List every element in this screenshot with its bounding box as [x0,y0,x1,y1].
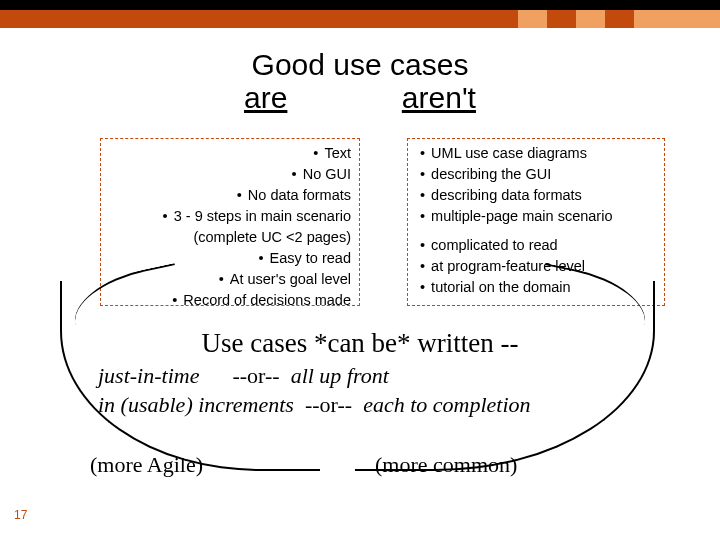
list-item: UML use case diagrams [420,143,654,164]
label-more-common: (more common) [375,452,517,478]
are-list: Text No GUI No data formats 3 - 9 steps … [107,143,351,311]
list-item: at program-feature level [420,256,654,277]
opt-increments: in (usable) increments [98,392,294,417]
arent-list-1: UML use case diagrams describing the GUI… [420,143,654,227]
list-item: tutorial on the domain [420,277,654,298]
arent-list-2: complicated to read at program-feature l… [420,235,654,298]
or-separator: --or-- [232,363,279,388]
options-row-1: just-in-time --or-- all up front [98,362,531,391]
arent-box: UML use case diagrams describing the GUI… [407,138,665,306]
list-item: 3 - 9 steps in main scenario (complete U… [107,206,351,248]
subtitle-row: are aren't [0,81,720,115]
list-item: No GUI [107,164,351,185]
list-item: No data formats [107,185,351,206]
subtitle-are: are [244,81,287,115]
list-item: describing the GUI [420,164,654,185]
list-item: Easy to read [107,248,351,269]
list-item: Record of decisions made [107,290,351,311]
opt-jit: just-in-time [98,363,199,388]
orange-top-bar [0,10,720,28]
opt-upfront: all up front [291,363,389,388]
slide-title: Good use cases [0,48,720,81]
list-item: describing data formats [420,185,654,206]
list-item: complicated to read [420,235,654,256]
title-block: Good use cases are aren't [0,48,720,115]
options-block: just-in-time --or-- all up front in (usa… [98,362,531,419]
list-item: At user's goal level [107,269,351,290]
opt-completion: each to completion [363,392,530,417]
mid-statement: Use cases *can be* written -- [0,328,720,359]
comparison-boxes: Text No GUI No data formats 3 - 9 steps … [100,138,665,306]
options-row-2: in (usable) increments --or-- each to co… [98,391,531,420]
label-more-agile: (more Agile) [90,452,203,478]
are-box: Text No GUI No data formats 3 - 9 steps … [100,138,360,306]
list-item: multiple-page main scenario [420,206,654,227]
or-separator: --or-- [305,392,352,417]
list-item: Text [107,143,351,164]
slide-content: Good use cases are aren't Text No GUI No… [0,28,720,540]
page-number: 17 [14,508,27,522]
subtitle-arent: aren't [402,81,476,115]
